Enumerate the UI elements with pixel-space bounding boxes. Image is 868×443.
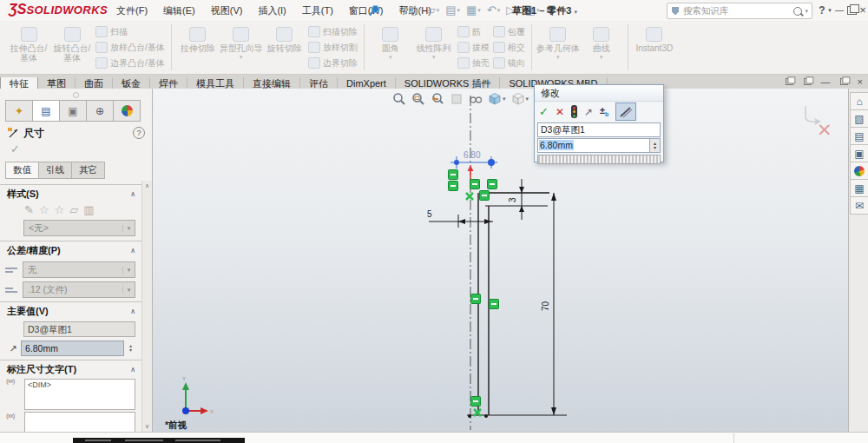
cancel-button[interactable]: ✕: [556, 106, 564, 118]
panel-scrollbar[interactable]: ∧ ∨: [141, 181, 152, 432]
tolerance-dropdown[interactable]: 无▾: [23, 261, 135, 278]
apply-default-style-icon[interactable]: ✎: [24, 203, 34, 216]
spin-down-icon[interactable]: ▾: [654, 146, 656, 150]
constraint-box[interactable]: [490, 300, 499, 309]
subtab-引线[interactable]: 引线: [38, 162, 71, 179]
collapse-chevron-icon[interactable]: ∧: [130, 247, 135, 255]
tab-propertymanager[interactable]: ▤: [32, 100, 59, 122]
design-library-icon[interactable]: ▤: [850, 128, 868, 145]
dimension-value-field[interactable]: 6.80mm: [21, 341, 124, 356]
knowledge-search-box[interactable]: 搜索知识库 ▾: [667, 3, 812, 19]
ribbon-button[interactable]: 拉伸凸台/基体: [7, 23, 50, 71]
section-tolerance-header[interactable]: 公差/精度(P)∧: [0, 241, 142, 258]
ribbon-small-button[interactable]: 放样凸台/基体: [95, 41, 165, 55]
caret-down-icon[interactable]: ▾: [432, 54, 436, 61]
help-icon[interactable]: ?: [133, 127, 145, 139]
tab-featuremanager[interactable]: ✦: [5, 100, 32, 122]
open-icon[interactable]: ▱▾: [424, 3, 443, 18]
save-icon[interactable]: ▤▾: [443, 3, 463, 18]
sketch-point[interactable]: [468, 414, 471, 418]
dim-text-total-height[interactable]: 70: [541, 301, 550, 311]
dimension-3[interactable]: 3: [508, 179, 524, 220]
ribbon-button[interactable]: 参考几何体▾: [536, 23, 580, 71]
home-icon[interactable]: ⌂: [850, 92, 868, 110]
window-close-button[interactable]: ×: [858, 0, 868, 21]
dim-handle-right[interactable]: [488, 159, 495, 166]
dim-text-top-width[interactable]: 6.80: [464, 150, 481, 160]
ribbon-small-button[interactable]: 镜向: [493, 56, 525, 70]
dim-text-position-icon[interactable]: (xx): [6, 377, 14, 385]
modify-dimension-name[interactable]: D3@草图1: [537, 122, 661, 137]
accept-check-icon[interactable]: ✓: [10, 142, 20, 155]
dim-text-left-offset[interactable]: 5: [427, 209, 432, 219]
value-spinner[interactable]: ▴▾: [126, 344, 135, 353]
load-style-icon[interactable]: ▥: [83, 203, 94, 216]
spin-down-icon[interactable]: ▾: [129, 348, 132, 353]
ribbon-button[interactable]: 旋转凸台/基体: [50, 23, 94, 71]
caret-down-icon[interactable]: ▾: [600, 54, 603, 61]
file-explorer-icon[interactable]: ▣: [850, 145, 868, 162]
modify-value-spinner[interactable]: ▴▾: [649, 139, 660, 152]
ribbon-button[interactable]: 异型孔向导▾: [220, 23, 263, 71]
ribbon-small-button[interactable]: 抽壳: [457, 56, 490, 70]
ribbon-button[interactable]: 曲线▾: [580, 23, 623, 71]
caret-down-icon[interactable]: ▾: [240, 54, 243, 61]
tab-displaymanager[interactable]: [113, 100, 141, 122]
constraint-x-mark[interactable]: [466, 193, 473, 200]
print-icon[interactable]: ▦▾: [464, 3, 483, 18]
ribbon-small-button[interactable]: 扫描切除: [308, 25, 358, 39]
thumbwheel[interactable]: [537, 155, 661, 164]
ribbon-button[interactable]: 圆角▾: [369, 23, 412, 71]
modify-dialog-title[interactable]: 修改: [535, 85, 663, 102]
constraint-box[interactable]: [480, 191, 490, 201]
ribbon-small-button[interactable]: 包覆: [493, 25, 525, 39]
dimension-6-80[interactable]: 6.80: [450, 150, 497, 169]
ribbon-button[interactable]: 拉伸切除: [176, 23, 220, 71]
tab-dimxpertmanager[interactable]: ⊕: [86, 100, 113, 122]
tab-configurationmanager[interactable]: ▣: [59, 100, 86, 122]
constraint-box[interactable]: [449, 182, 458, 191]
style-dropdown[interactable]: <无>▾: [23, 220, 135, 236]
sketch-canvas[interactable]: 6.80 3 5 70: [153, 89, 848, 432]
modify-dialog[interactable]: 修改 ✓ ✕ ↗ ±b D3@草图1 6.80mm ▴▾: [534, 84, 664, 162]
precision-dropdown[interactable]: .12 (文件)▾: [23, 281, 135, 298]
subtab-其它[interactable]: 其它: [71, 162, 105, 179]
new-document-icon[interactable]: ▯▾: [408, 3, 424, 18]
solidworks-resources-icon[interactable]: ▧: [850, 110, 868, 128]
ribbon-small-button[interactable]: 边界凸台/基体: [95, 56, 165, 70]
doc-close-button[interactable]: ×: [858, 76, 863, 87]
constraint-box[interactable]: [488, 180, 497, 189]
dim-text-step-height[interactable]: 3: [508, 197, 517, 202]
add-style-icon[interactable]: ☆: [39, 203, 49, 216]
menu-item-5[interactable]: 窗口(W): [341, 0, 391, 21]
constraint-box[interactable]: [471, 397, 481, 407]
dimension-text-box-2[interactable]: [24, 412, 135, 432]
ribbon-button[interactable]: Instant3D: [633, 23, 676, 71]
ribbon-small-button[interactable]: 相交: [493, 41, 525, 55]
ribbon-button[interactable]: 旋转切除: [263, 23, 306, 71]
collapse-chevron-icon[interactable]: ∧: [130, 366, 135, 374]
section-style-header[interactable]: 样式(S)∧: [0, 185, 142, 202]
undo-icon[interactable]: ↶▾: [484, 3, 503, 18]
dimension-text-box[interactable]: <DIM>: [24, 379, 135, 410]
save-style-icon[interactable]: ▱: [69, 203, 78, 216]
menu-item-4[interactable]: 工具(T): [294, 0, 341, 21]
section-dimension-text-header[interactable]: 标注尺寸文字(T)∧: [0, 360, 142, 377]
ribbon-button[interactable]: 线性阵列▾: [412, 23, 456, 71]
dimension-5[interactable]: 5: [427, 209, 493, 228]
collapse-chevron-icon[interactable]: ∧: [130, 190, 135, 198]
scroll-down-icon[interactable]: ∨: [142, 423, 152, 430]
help-caret-icon[interactable]: ▾: [826, 0, 833, 21]
scroll-up-icon[interactable]: ∧: [142, 182, 152, 189]
reverse-sense-icon[interactable]: ±b: [600, 105, 608, 117]
constraint-box[interactable]: [471, 294, 481, 304]
dimension-70[interactable]: 70: [541, 193, 556, 415]
doc-restore-button[interactable]: [840, 78, 848, 85]
rebuild-icon[interactable]: [571, 105, 577, 118]
window-minimize-button[interactable]: —: [833, 0, 845, 21]
ribbon-small-button[interactable]: 拔模: [457, 41, 490, 55]
dimension-name-field[interactable]: D3@草图1: [23, 321, 135, 337]
doc-prev-window-icon[interactable]: [786, 78, 793, 85]
window-restore-button[interactable]: [845, 0, 858, 15]
caret-down-icon[interactable]: ▾: [389, 54, 392, 61]
